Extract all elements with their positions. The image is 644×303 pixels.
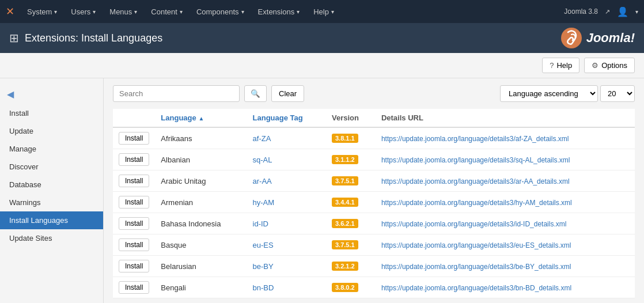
table-row: Install Basque eu-ES 3.7.5.1 https://upd… <box>113 234 635 256</box>
user-icon[interactable]: 👤 <box>617 6 628 17</box>
nav-help[interactable]: Help ▾ <box>308 0 340 23</box>
sidebar-item-install-languages-label: Install Languages <box>9 216 68 225</box>
clear-button-label: Clear <box>279 89 297 98</box>
page-size-dropdown[interactable]: 20 50 100 <box>600 85 635 102</box>
nav-system[interactable]: System ▾ <box>21 0 63 23</box>
sidebar-item-update-label: Update <box>9 127 33 135</box>
nav-extensions[interactable]: Extensions ▾ <box>252 0 306 23</box>
main-content: 🔍 Clear Language ascending Language desc… <box>104 78 644 303</box>
install-button-5[interactable]: Install <box>119 238 149 251</box>
navbar-right: Joomla 3.8 ↗ 👤 ▾ <box>564 6 638 17</box>
table-row: Install Bahasa Indonesia id-ID 3.6.2.1 h… <box>113 213 635 234</box>
nav-components-caret: ▾ <box>241 9 244 15</box>
version-badge-0: 3.8.1.1 <box>332 134 358 143</box>
nav-components[interactable]: Components ▾ <box>191 0 250 23</box>
cell-language-6: Belarusian <box>155 256 247 277</box>
cell-language-3: Armenian <box>155 192 247 213</box>
title-bar-left: ⊞ Extensions: Install Languages <box>9 31 162 45</box>
col-version-header: Version <box>326 109 376 127</box>
details-link-3[interactable]: https://update.joomla.org/language/detai… <box>381 199 572 207</box>
details-link-7[interactable]: https://update.joomla.org/language/detai… <box>381 284 571 292</box>
install-button-7[interactable]: Install <box>119 281 149 294</box>
cell-version-1: 3.1.1.2 <box>326 149 376 171</box>
nav-menus-label: Menus <box>109 7 132 16</box>
title-bar: ⊞ Extensions: Install Languages Joomla! <box>0 23 644 53</box>
options-button-label: Options <box>601 61 627 70</box>
install-button-0[interactable]: Install <box>119 132 149 145</box>
sidebar-item-database[interactable]: Database <box>0 176 103 194</box>
details-link-4[interactable]: https://update.joomla.org/language/detai… <box>381 220 567 228</box>
search-button[interactable]: 🔍 <box>244 85 267 102</box>
joomla-version: Joomla 3.8 <box>564 7 598 16</box>
nav-content-caret: ▾ <box>180 9 183 15</box>
cell-install-6: Install <box>113 256 155 277</box>
install-button-3[interactable]: Install <box>119 196 149 209</box>
joomla-home-icon[interactable]: ✕ <box>6 5 14 18</box>
col-language-header[interactable]: Language ▲ <box>155 109 247 127</box>
languages-table: Language ▲ Language Tag Version Details … <box>113 109 635 298</box>
cell-url-0: https://update.joomla.org/language/detai… <box>376 127 635 149</box>
col-url-header: Details URL <box>376 109 635 127</box>
nav-system-caret: ▾ <box>54 9 57 15</box>
nav-menus[interactable]: Menus ▾ <box>104 0 143 23</box>
clear-button[interactable]: Clear <box>271 85 304 102</box>
cell-version-5: 3.7.5.1 <box>326 234 376 256</box>
version-badge-1: 3.1.1.2 <box>332 155 358 164</box>
details-link-1[interactable]: https://update.joomla.org/language/detai… <box>381 156 570 164</box>
install-button-6[interactable]: Install <box>119 260 149 272</box>
search-input[interactable] <box>113 85 240 102</box>
cell-install-5: Install <box>113 234 155 256</box>
nav-content[interactable]: Content ▾ <box>145 0 188 23</box>
options-button[interactable]: ⚙ Options <box>584 58 635 73</box>
cell-language-4: Bahasa Indonesia <box>155 213 247 234</box>
details-link-6[interactable]: https://update.joomla.org/language/detai… <box>381 263 571 271</box>
sidebar-item-manage[interactable]: Manage <box>0 140 103 158</box>
details-link-5[interactable]: https://update.joomla.org/language/detai… <box>381 241 571 249</box>
navbar-left: ✕ System ▾ Users ▾ Menus ▾ Content ▾ Com… <box>6 0 340 23</box>
sidebar-item-update-sites[interactable]: Update Sites <box>0 229 103 247</box>
cell-tag-0: af-ZA <box>247 127 326 149</box>
table-row: Install Albanian sq-AL 3.1.1.2 https://u… <box>113 149 635 171</box>
user-caret: ▾ <box>635 9 638 15</box>
help-button-label: Help <box>556 61 572 70</box>
sidebar-item-update-sites-label: Update Sites <box>9 234 52 243</box>
sort-dropdown[interactable]: Language ascending Language descending V… <box>500 85 598 102</box>
search-bar: 🔍 Clear Language ascending Language desc… <box>113 85 635 102</box>
cell-language-5: Basque <box>155 234 247 256</box>
nav-help-label: Help <box>313 7 329 16</box>
install-button-1[interactable]: Install <box>119 153 149 166</box>
install-button-4[interactable]: Install <box>119 217 149 230</box>
cell-tag-1: sq-AL <box>247 149 326 171</box>
sidebar-item-warnings[interactable]: Warnings <box>0 194 103 211</box>
sidebar-item-install[interactable]: Install <box>0 104 103 122</box>
cell-version-0: 3.8.1.1 <box>326 127 376 149</box>
toolbar: ? Help ⚙ Options <box>0 53 644 78</box>
cell-language-1: Albanian <box>155 149 247 171</box>
cell-url-6: https://update.joomla.org/language/detai… <box>376 256 635 277</box>
version-badge-2: 3.7.5.1 <box>332 176 358 185</box>
sort-controls: Language ascending Language descending V… <box>500 85 635 102</box>
version-badge-7: 3.8.0.2 <box>332 283 358 292</box>
cell-version-6: 3.2.1.2 <box>326 256 376 277</box>
version-badge-4: 3.6.2.1 <box>332 219 358 228</box>
help-button[interactable]: ? Help <box>542 58 579 73</box>
table-row: Install Bengali bn-BD 3.8.0.2 https://up… <box>113 277 635 298</box>
main-layout: ◀ Install Update Manage Discover Databas… <box>0 78 644 303</box>
sidebar-item-discover[interactable]: Discover <box>0 158 103 176</box>
install-button-2[interactable]: Install <box>119 175 149 187</box>
cell-tag-6: be-BY <box>247 256 326 277</box>
nav-users[interactable]: Users ▾ <box>65 0 101 23</box>
table-row: Install Afrikaans af-ZA 3.8.1.1 https://… <box>113 127 635 149</box>
cell-url-3: https://update.joomla.org/language/detai… <box>376 192 635 213</box>
cell-version-3: 3.4.4.1 <box>326 192 376 213</box>
cell-version-7: 3.8.0.2 <box>326 277 376 298</box>
details-link-2[interactable]: https://update.joomla.org/language/detai… <box>381 177 570 185</box>
details-link-0[interactable]: https://update.joomla.org/language/detai… <box>381 135 569 143</box>
sidebar-item-update[interactable]: Update <box>0 122 103 140</box>
sidebar-toggle[interactable]: ◀ <box>0 84 103 104</box>
col-url-label: Details URL <box>381 113 423 122</box>
table-header: Language ▲ Language Tag Version Details … <box>113 109 635 127</box>
sidebar-item-install-languages[interactable]: Install Languages <box>0 211 103 229</box>
cell-tag-2: ar-AA <box>247 171 326 192</box>
nav-menus-caret: ▾ <box>134 9 137 15</box>
